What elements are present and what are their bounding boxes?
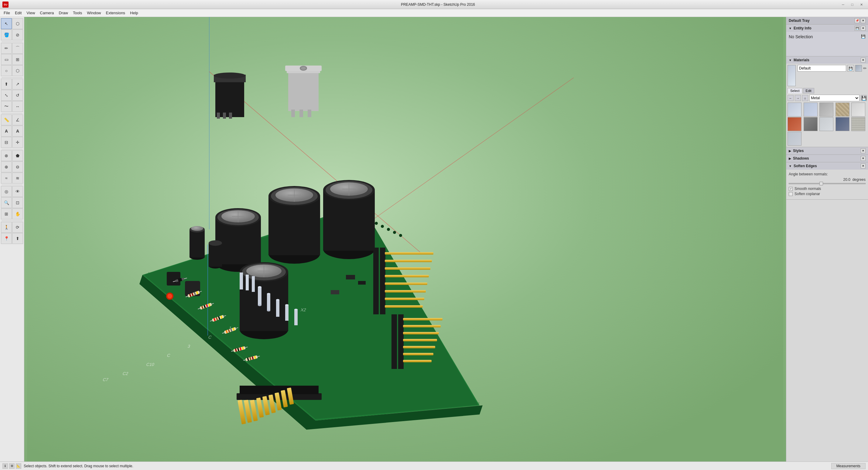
tool-weld[interactable]: ⊕ [1, 161, 12, 172]
soften-close[interactable]: ✕ [861, 164, 866, 168]
tool-north[interactable]: ⬆ [12, 233, 23, 244]
tool-turntable[interactable]: ⟳ [12, 222, 23, 233]
shadows-header[interactable]: ▶ Shadows ✕ [786, 155, 868, 162]
tool-smooth2[interactable]: ≋ [12, 173, 23, 183]
mat-tab-select[interactable]: Select [787, 88, 802, 94]
tool-section[interactable]: ⊟ [1, 137, 12, 148]
svg-rect-123 [240, 385, 318, 394]
menu-window[interactable]: Window [85, 10, 103, 16]
menu-tools[interactable]: Tools [70, 10, 85, 16]
tool-angle[interactable]: ∠ [12, 114, 23, 125]
swatch-6[interactable] [787, 117, 802, 131]
viewport[interactable]: C7 C2 C10 C 3 C 1 C X2 [24, 17, 786, 462]
material-edit-icon[interactable]: ✏ [863, 66, 867, 71]
tool-3dtext[interactable]: A [12, 126, 23, 137]
soften-slider-thumb[interactable] [819, 182, 823, 186]
tool-axes[interactable]: ✛ [12, 137, 23, 148]
swatch-10[interactable] [851, 117, 865, 131]
svg-rect-59 [300, 109, 303, 117]
styles-header[interactable]: ▶ Styles ✕ [786, 147, 868, 155]
mat-tab-edit[interactable]: Edit [803, 88, 814, 94]
tool-look[interactable]: 👁 [12, 186, 23, 197]
menu-edit[interactable]: Edit [12, 10, 24, 16]
shadows-close[interactable]: ✕ [861, 156, 866, 161]
tool-walk[interactable]: 🚶 [1, 222, 12, 233]
material-category-select[interactable]: Metal Wood Stone Glass [809, 95, 860, 101]
tool-paint[interactable]: 🪣 [1, 29, 12, 40]
swatch-7[interactable] [804, 117, 817, 131]
swatch-8[interactable] [819, 117, 833, 131]
tool-tape[interactable]: 📏 [1, 114, 12, 125]
smooth-normals-checkbox[interactable]: ✓ [789, 187, 793, 191]
materials-header[interactable]: ▼ Materials ✕ [786, 57, 868, 64]
tool-subtract[interactable]: ⊖ [12, 161, 23, 172]
tool-component[interactable]: ⬡ [12, 18, 23, 29]
tool-arc[interactable]: ⌒ [12, 43, 23, 54]
tool-pan[interactable]: ✋ [12, 208, 23, 220]
tool-rotate[interactable]: ↺ [12, 90, 23, 101]
swatch-5[interactable] [851, 103, 865, 116]
tool-orbit[interactable]: ◎ [1, 186, 12, 197]
menu-help[interactable]: Help [128, 10, 141, 16]
menu-file[interactable]: File [1, 10, 12, 16]
status-geo-icon[interactable]: 📐 [16, 463, 21, 469]
tool-circle[interactable]: ○ [1, 65, 12, 76]
tool-eraser[interactable]: ⊘ [12, 29, 23, 40]
menu-camera[interactable]: Camera [37, 10, 56, 16]
soften-slider[interactable] [789, 183, 866, 184]
menu-view[interactable]: View [24, 10, 37, 16]
tool-flip[interactable]: ↔ [12, 101, 23, 112]
swatch-4[interactable] [836, 103, 849, 116]
svg-point-67 [209, 240, 222, 246]
tool-row-19: 📍 ⬆ [1, 233, 23, 244]
tool-followme[interactable]: ↗ [12, 78, 23, 90]
tool-pencil[interactable]: ✏ [1, 43, 12, 54]
mat-nav-home[interactable]: ⌂ [802, 95, 808, 101]
tool-polygon[interactable]: ⬡ [12, 65, 23, 76]
material-name-input[interactable] [798, 65, 846, 72]
swatch-3[interactable] [819, 103, 833, 116]
tool-position[interactable]: 📍 [1, 233, 12, 244]
tool-pushpull[interactable]: ⬆ [1, 78, 12, 90]
entity-info-save[interactable]: 💾 [855, 26, 860, 31]
tool-text[interactable]: A [1, 126, 12, 137]
svg-rect-152 [294, 309, 298, 325]
swatch-1[interactable] [787, 103, 802, 116]
mat-add-button[interactable]: 💾 [861, 95, 867, 101]
tool-zoom[interactable]: 🔍 [1, 197, 12, 208]
svg-rect-150 [285, 305, 288, 321]
menu-extensions[interactable]: Extensions [103, 10, 128, 16]
mat-nav-forward[interactable]: → [795, 95, 801, 101]
styles-close[interactable]: ✕ [861, 148, 866, 153]
tool-zoomsel[interactable]: ⊞ [1, 208, 12, 220]
tool-rect[interactable]: ▭ [1, 54, 12, 65]
entity-info-close[interactable]: ✕ [861, 26, 866, 31]
close-button[interactable]: ✕ [857, 1, 866, 8]
tray-close-button[interactable]: ✕ [861, 18, 866, 23]
materials-close[interactable]: ✕ [861, 58, 866, 63]
status-settings-icon[interactable]: ⚙ [9, 463, 14, 469]
tool-select[interactable]: ↖ [1, 18, 12, 29]
status-info-icon[interactable]: ℹ [2, 463, 8, 469]
tool-smooth[interactable]: ≈ [1, 173, 12, 183]
svg-rect-137 [403, 332, 439, 334]
swatch-2[interactable] [804, 103, 817, 116]
material-save[interactable]: 💾 [847, 65, 854, 72]
swatch-9[interactable] [836, 117, 849, 131]
menu-draw[interactable]: Draw [57, 10, 70, 16]
minimize-button[interactable]: ─ [839, 1, 847, 8]
tool-scale[interactable]: ⤡ [1, 90, 12, 101]
tool-intersect[interactable]: ⊗ [1, 150, 12, 161]
svg-rect-58 [291, 109, 295, 117]
tool-offset[interactable]: ⊞ [12, 54, 23, 65]
soften-coplanar-checkbox[interactable] [789, 192, 793, 196]
tool-freehand[interactable]: 〜 [1, 101, 12, 112]
swatch-11[interactable] [787, 132, 802, 146]
tool-zoomext[interactable]: ⊡ [12, 197, 23, 208]
entity-info-header[interactable]: ▼ Entity Info 💾 ✕ [786, 25, 868, 32]
mat-nav-back[interactable]: ← [787, 95, 794, 101]
tray-pin-button[interactable]: 📌 [855, 18, 860, 23]
tool-solids[interactable]: ⬟ [12, 150, 23, 161]
soften-edges-header[interactable]: ▼ Soften Edges ✕ [786, 162, 868, 170]
maximize-button[interactable]: □ [848, 1, 857, 8]
